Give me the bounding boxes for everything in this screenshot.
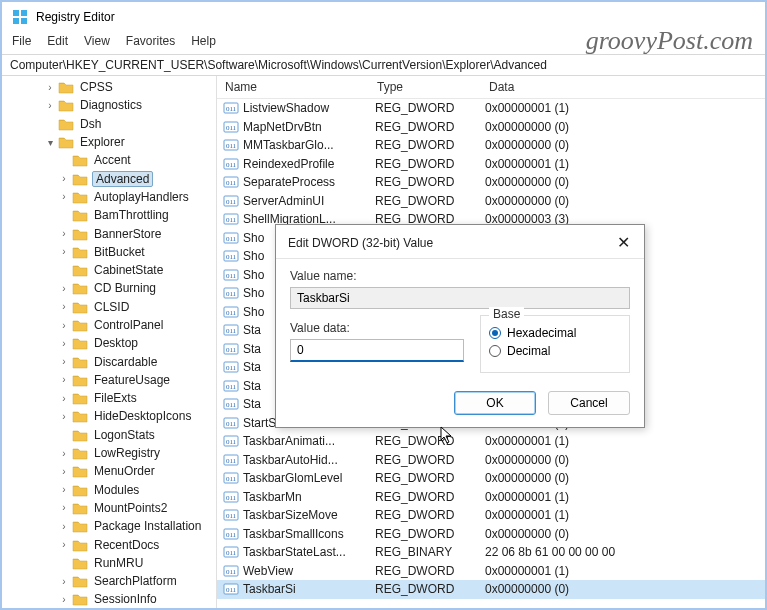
chevron-right-icon[interactable]: › bbox=[58, 356, 70, 367]
chevron-right-icon[interactable]: › bbox=[58, 393, 70, 404]
svg-text:011: 011 bbox=[226, 568, 237, 576]
chevron-right-icon[interactable]: › bbox=[58, 374, 70, 385]
tree-item[interactable]: ›SearchPlatform bbox=[2, 572, 216, 590]
svg-text:011: 011 bbox=[226, 179, 237, 187]
chevron-right-icon[interactable]: › bbox=[44, 100, 56, 111]
tree-item[interactable]: ›Modules bbox=[2, 481, 216, 499]
list-row[interactable]: 011TaskbarStateLast...REG_BINARY22 06 8b… bbox=[217, 543, 765, 562]
list-row[interactable]: 011ReindexedProfileREG_DWORD0x00000001 (… bbox=[217, 155, 765, 174]
tree-item[interactable]: ›CPSS bbox=[2, 78, 216, 96]
folder-icon bbox=[72, 318, 88, 332]
list-row[interactable]: 011SeparateProcessREG_DWORD0x00000000 (0… bbox=[217, 173, 765, 192]
chevron-right-icon[interactable]: › bbox=[58, 320, 70, 331]
tree-item[interactable]: ›AutoplayHandlers bbox=[2, 188, 216, 206]
chevron-right-icon[interactable]: › bbox=[58, 338, 70, 349]
tree-item[interactable]: ›CLSID bbox=[2, 298, 216, 316]
tree-item[interactable]: ›BannerStore bbox=[2, 224, 216, 242]
svg-text:011: 011 bbox=[226, 346, 237, 354]
folder-icon bbox=[72, 153, 88, 167]
cancel-button[interactable]: Cancel bbox=[548, 391, 630, 415]
chevron-right-icon[interactable]: › bbox=[58, 228, 70, 239]
tree-item-label: CD Burning bbox=[92, 281, 158, 295]
tree-item[interactable]: ›ControlPanel bbox=[2, 316, 216, 334]
list-row[interactable]: 011TaskbarSiREG_DWORD0x00000000 (0) bbox=[217, 580, 765, 599]
list-row[interactable]: 011WebViewREG_DWORD0x00000001 (1) bbox=[217, 562, 765, 581]
value-name-label: Value name: bbox=[290, 269, 630, 283]
radio-hex[interactable]: Hexadecimal bbox=[489, 326, 621, 340]
chevron-right-icon[interactable]: › bbox=[58, 521, 70, 532]
menu-view[interactable]: View bbox=[84, 34, 110, 48]
registry-value-icon: 011 bbox=[223, 304, 239, 320]
chevron-right-icon[interactable]: › bbox=[58, 448, 70, 459]
row-type: REG_DWORD bbox=[375, 434, 485, 448]
tree-item[interactable]: ›CD Burning bbox=[2, 279, 216, 297]
address-bar[interactable]: Computer\HKEY_CURRENT_USER\Software\Micr… bbox=[2, 54, 765, 76]
chevron-right-icon[interactable]: › bbox=[58, 594, 70, 605]
svg-text:011: 011 bbox=[226, 272, 237, 280]
chevron-right-icon[interactable]: › bbox=[58, 502, 70, 513]
col-header-type[interactable]: Type bbox=[377, 80, 487, 94]
tree-item[interactable]: ›FeatureUsage bbox=[2, 371, 216, 389]
tree-item[interactable]: ›HideDesktopIcons bbox=[2, 407, 216, 425]
tree-item[interactable]: ›RecentDocs bbox=[2, 535, 216, 553]
chevron-right-icon[interactable]: › bbox=[58, 539, 70, 550]
tree-item[interactable]: ›LowRegistry bbox=[2, 444, 216, 462]
tree-item-label: BitBucket bbox=[92, 245, 147, 259]
close-icon[interactable]: ✕ bbox=[613, 233, 634, 252]
tree-view[interactable]: ›CPSS›Diagnostics›Dsh▾Explorer›Accent›Ad… bbox=[2, 76, 217, 608]
tree-item[interactable]: ›BitBucket bbox=[2, 243, 216, 261]
chevron-right-icon[interactable]: › bbox=[58, 576, 70, 587]
svg-text:011: 011 bbox=[226, 420, 237, 428]
list-row[interactable]: 011TaskbarSizeMoveREG_DWORD0x00000001 (1… bbox=[217, 506, 765, 525]
list-row[interactable]: 011ServerAdminUIREG_DWORD0x00000000 (0) bbox=[217, 192, 765, 211]
tree-item-label: SearchPlatform bbox=[92, 574, 179, 588]
chevron-right-icon[interactable]: › bbox=[44, 82, 56, 93]
value-data-input[interactable] bbox=[290, 339, 464, 362]
list-row[interactable]: 011TaskbarMnREG_DWORD0x00000001 (1) bbox=[217, 488, 765, 507]
tree-item[interactable]: ›CabinetState bbox=[2, 261, 216, 279]
row-type: REG_DWORD bbox=[375, 138, 485, 152]
chevron-right-icon[interactable]: › bbox=[58, 301, 70, 312]
menu-favorites[interactable]: Favorites bbox=[126, 34, 175, 48]
chevron-right-icon[interactable]: › bbox=[58, 466, 70, 477]
col-header-data[interactable]: Data bbox=[487, 80, 765, 94]
value-data-label: Value data: bbox=[290, 321, 464, 335]
chevron-right-icon[interactable]: › bbox=[58, 173, 70, 184]
tree-item[interactable]: ›LogonStats bbox=[2, 426, 216, 444]
value-name-input[interactable] bbox=[290, 287, 630, 309]
radio-dec[interactable]: Decimal bbox=[489, 344, 621, 358]
tree-item[interactable]: ›Desktop bbox=[2, 334, 216, 352]
col-header-name[interactable]: Name bbox=[217, 80, 377, 94]
tree-item[interactable]: ›FileExts bbox=[2, 389, 216, 407]
tree-item[interactable]: ›MenuOrder bbox=[2, 462, 216, 480]
tree-item[interactable]: ›Accent bbox=[2, 151, 216, 169]
list-row[interactable]: 011ListviewShadowREG_DWORD0x00000001 (1) bbox=[217, 99, 765, 118]
menu-file[interactable]: File bbox=[12, 34, 31, 48]
chevron-right-icon[interactable]: › bbox=[58, 246, 70, 257]
chevron-down-icon[interactable]: ▾ bbox=[44, 137, 56, 148]
ok-button[interactable]: OK bbox=[454, 391, 536, 415]
tree-item[interactable]: ›MountPoints2 bbox=[2, 499, 216, 517]
tree-item[interactable]: ›Diagnostics bbox=[2, 96, 216, 114]
tree-item[interactable]: ›Advanced bbox=[2, 169, 216, 187]
list-row[interactable]: 011TaskbarGlomLevelREG_DWORD0x00000000 (… bbox=[217, 469, 765, 488]
menu-help[interactable]: Help bbox=[191, 34, 216, 48]
chevron-right-icon[interactable]: › bbox=[58, 191, 70, 202]
tree-item[interactable]: ›BamThrottling bbox=[2, 206, 216, 224]
list-row[interactable]: 011TaskbarAutoHid...REG_DWORD0x00000000 … bbox=[217, 451, 765, 470]
menu-edit[interactable]: Edit bbox=[47, 34, 68, 48]
list-row[interactable]: 011MapNetDrvBtnREG_DWORD0x00000000 (0) bbox=[217, 118, 765, 137]
tree-item[interactable]: ›Package Installation bbox=[2, 517, 216, 535]
chevron-right-icon[interactable]: › bbox=[58, 283, 70, 294]
list-row[interactable]: 011TaskbarSmallIconsREG_DWORD0x00000000 … bbox=[217, 525, 765, 544]
tree-item[interactable]: ›RunMRU bbox=[2, 554, 216, 572]
tree-item-label: FileExts bbox=[92, 391, 139, 405]
tree-item[interactable]: ›Discardable bbox=[2, 352, 216, 370]
tree-item[interactable]: ▾Explorer bbox=[2, 133, 216, 151]
chevron-right-icon[interactable]: › bbox=[58, 484, 70, 495]
chevron-right-icon[interactable]: › bbox=[58, 411, 70, 422]
tree-item[interactable]: ›SessionInfo bbox=[2, 590, 216, 608]
list-row[interactable]: 011TaskbarAnimati...REG_DWORD0x00000001 … bbox=[217, 432, 765, 451]
list-row[interactable]: 011MMTaskbarGlo...REG_DWORD0x00000000 (0… bbox=[217, 136, 765, 155]
tree-item[interactable]: ›Dsh bbox=[2, 115, 216, 133]
